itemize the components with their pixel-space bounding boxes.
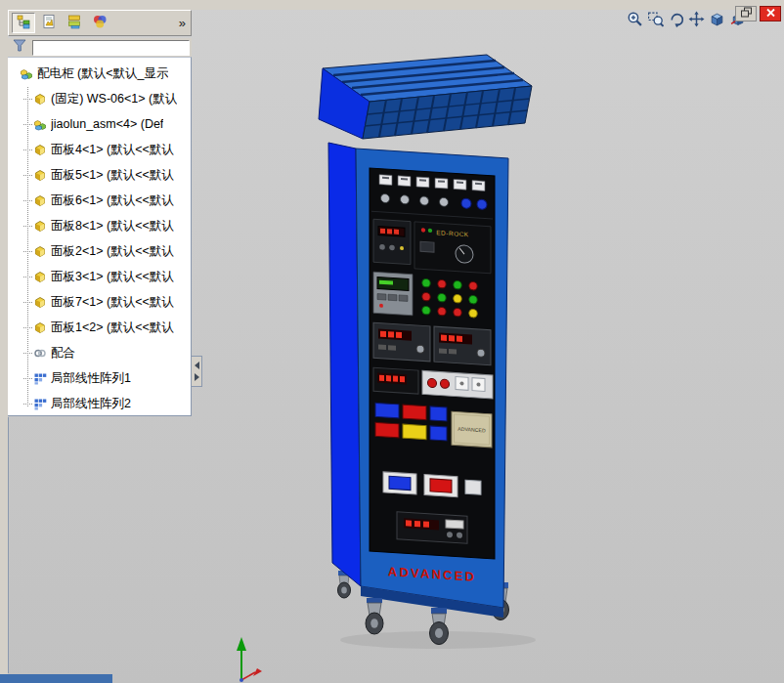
tree-item-label: 面板8<1> (默认<<默认 [51,218,174,235]
part-icon [33,245,47,258]
assembly-icon [20,67,33,80]
tree-filter-bar [8,38,192,57]
tree-item-label: 配合 [51,345,75,362]
tree-connector [23,200,32,201]
tree-connector [23,149,32,150]
filter-funnel-button[interactable] [10,39,29,56]
pan-view-button[interactable] [687,12,706,29]
displaymanager-icon [92,14,108,33]
zoom-window-icon [647,11,664,31]
zoom-in-button[interactable] [626,12,644,29]
expand-right-icon [195,373,199,381]
tree-item-label: 面板3<1> (默认<<默认 [51,269,174,285]
zoom-in-icon [627,11,643,31]
tree-item-part[interactable]: 面板2<1> (默认<<默认 [8,238,191,264]
left-chrome-rail [0,0,8,683]
tab-propertymanager[interactable] [37,13,61,33]
tree-item-part[interactable]: 面板4<1> (默认<<默认 [8,137,191,162]
panel-tab-bar: » [8,10,192,36]
part-icon [33,220,47,233]
tree-item-label: 面板6<1> (默认<<默认 [51,192,174,209]
shaded-view-button[interactable] [708,12,726,29]
module-branded: ED-ROCK [414,222,491,274]
view-toolbar [626,12,747,29]
tab-displaymanager[interactable] [88,13,111,33]
lower-display-module [397,512,467,544]
panel-edge-line [8,417,9,673]
tree-connector [23,353,32,354]
pan-view-icon [688,11,705,31]
tree-item-subassembly[interactable]: jiaolun_asm<4> (Def [8,111,191,137]
module-meter [373,219,411,264]
tree-item-part[interactable]: 面板8<1> (默认<<默认 [8,213,191,238]
module-controller [373,272,413,316]
linear-pattern-icon [33,372,47,385]
close-button[interactable] [760,6,781,21]
tree-connector [23,99,32,100]
tree-item-mates[interactable]: 配合 [8,340,191,365]
collapse-left-icon [195,362,199,369]
tree-item-part[interactable]: 面板5<1> (默认<<默认 [8,162,191,188]
tree-item-label: 配电柜 (默认<默认_显示 [37,65,168,82]
featuremanager-tree: 配电柜 (默认<默认_显示 (固定) WS-06<1> (默认 jiaolun_… [8,57,192,416]
body-left-face [328,143,361,586]
tree-item-pattern[interactable]: 局部线性阵列2 [8,391,191,416]
rotate-view-icon [668,11,684,31]
featuremanager-tree-icon [16,14,31,33]
tree-connector [23,226,32,227]
part-icon [33,144,47,156]
part-icon [33,194,47,207]
tab-configurationmanager[interactable] [63,13,86,33]
tree-item-label: 面板2<1> (默认<<默认 [51,243,174,260]
window-controls [735,6,781,21]
tab-featuremanager[interactable] [12,13,35,33]
tabbar-overflow-chevron[interactable]: » [179,16,188,30]
tree-item-label: 面板1<2> (默认<<默认 [51,320,174,336]
tree-connector [23,277,32,277]
tree-filter-input[interactable] [32,40,190,56]
tree-item-part[interactable]: 面板7<1> (默认<<默认 [8,289,191,315]
rotate-view-button[interactable] [667,12,685,29]
part-icon [33,321,47,334]
panel-splitter[interactable] [191,356,202,387]
tree-item-label: 局部线性阵列2 [51,396,131,412]
propertymanager-icon [41,14,57,33]
restore-window-icon [739,5,754,22]
linear-pattern-icon [33,398,47,410]
tree-item-part[interactable]: 面板3<1> (默认<<默认 [8,264,191,289]
caster-front-left [366,598,383,634]
caster-front-right [430,608,449,645]
mates-icon [33,347,47,360]
tree-connector [23,378,32,379]
tree-connector [23,124,32,125]
part-icon [33,271,47,283]
tree-item-part[interactable]: 面板1<2> (默认<<默认 [8,315,191,340]
zoom-window-button[interactable] [646,12,665,29]
tree-item-label: 局部线性阵列1 [51,370,131,387]
part-icon [33,93,47,106]
tree-connector [23,327,32,328]
close-icon [764,5,777,22]
filter-funnel-icon [13,39,26,57]
restore-window-button[interactable] [735,6,757,21]
tree-item-label: jiaolun_asm<4> (Def [51,117,163,131]
tree-item-label: 面板5<1> (默认<<默认 [51,167,174,184]
cabinet-model[interactable]: ED-ROCK [319,55,532,645]
taskbar-fragment [0,674,112,683]
part-icon [33,296,47,309]
tree-item-part[interactable]: (固定) WS-06<1> (默认 [8,86,191,111]
tree-item-part[interactable]: 面板6<1> (默认<<默认 [8,188,191,213]
tree-connector [23,251,32,252]
assembly-icon [33,118,47,131]
part-icon [33,169,47,182]
tree-connector [23,175,32,176]
tree-item-label: 面板7<1> (默认<<默认 [51,294,174,311]
top-chrome-rail [0,0,784,10]
front-panel: ED-ROCK [370,168,495,585]
tree-item-label: 面板4<1> (默认<<默认 [51,142,174,158]
shaded-view-icon [709,11,725,31]
tree-item-pattern[interactable]: 局部线性阵列1 [8,365,191,391]
tree-connector [23,404,32,405]
tree-connector [23,302,32,303]
tree-item-assembly-root[interactable]: 配电柜 (默认<默认_显示 [8,61,191,86]
